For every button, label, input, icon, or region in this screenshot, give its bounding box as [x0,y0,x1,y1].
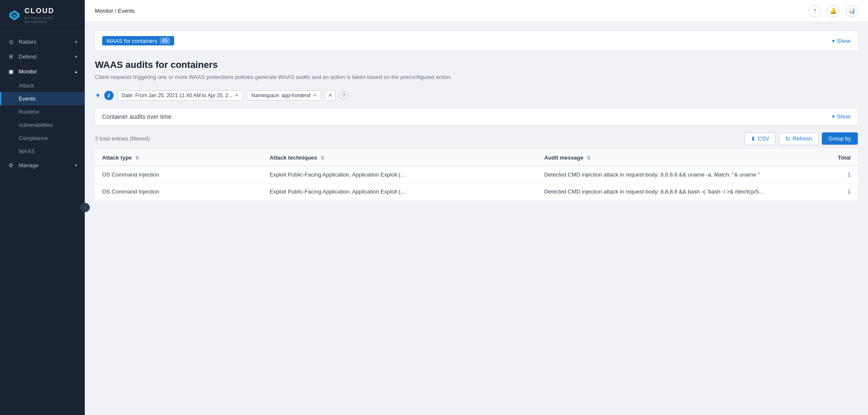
show-label: Show [837,38,851,44]
sidebar-item-radars[interactable]: ◎ Radars ▾ [0,34,85,49]
refresh-button[interactable]: ↻ Refresh [779,132,818,145]
logo-title: CLOUD [25,7,77,15]
sidebar-item-events[interactable]: Events [0,92,85,105]
page-description: Client requests triggering one or more W… [95,73,858,81]
notifications-button[interactable]: 🔔 [827,5,839,17]
analytics-button[interactable]: 📊 [846,5,858,17]
sidebar-item-monitor[interactable]: ▣ Monitor ▴ [0,64,85,79]
table-row: OS Command Injection Exploit Public-Faci… [95,166,858,183]
groupby-label: Group by [829,135,851,142]
group-by-button[interactable]: Group by [822,132,858,145]
breadcrumb-parent: Monitor [95,8,113,14]
filters-bar: ▼ 2 Date: From Jan 25, 2021 11:40 AM to … [95,90,858,101]
filter-chip-namespace-text: Namespace: app-frontend [251,93,310,98]
sidebar-item-manage[interactable]: ⚙ Manage ▾ [0,158,85,173]
radars-icon: ◎ [8,39,14,45]
table-header: Attack type ⇅ Attack techniques ⇅ Audit … [95,149,858,166]
radars-chevron: ▾ [75,39,77,44]
close-icon: ✕ [328,92,333,98]
chart-section: Container audits over time ▾ Show [95,108,858,126]
filter-count-badge: 2 [104,91,114,100]
col-attack-type-label: Attack type [102,154,132,161]
chart-title: Container audits over time [102,113,171,120]
page-title: WAAS audits for containers [95,59,858,70]
col-attack-type-sort-icon: ⇅ [135,155,139,160]
defend-icon: ⛨ [8,53,14,60]
sidebar-item-vulnerabilities[interactable]: Vulnerabilities [0,118,85,132]
cell-attack-type-1: OS Command Injection [95,183,263,200]
logo-subtitle: BY PALO ALTO NETWORKS [25,16,77,24]
cell-techniques-1: Exploit Public-Facing Application, Appli… [263,183,537,200]
radars-label: Radars [19,39,36,45]
csv-icon: ⬇ [751,135,756,142]
filter-chip-date-remove[interactable]: ✕ [235,93,239,98]
bell-icon: 🔔 [830,8,837,14]
clear-all-filters-button[interactable]: ✕ [325,90,336,101]
help-button[interactable]: ? [809,5,821,17]
col-header-total[interactable]: Total [812,149,858,166]
cell-message-0: Detected CMD injection attack in request… [537,166,812,183]
filter-help-button[interactable]: ? [339,91,348,100]
topbar: Monitor / Events ? 🔔 📊 [85,0,868,22]
col-message-sort-icon: ⇅ [587,155,590,160]
waas-label: WAAS [19,148,35,154]
entries-count: 2 total entries (filtered) [95,135,150,142]
breadcrumb-current: Events [118,8,135,14]
col-header-attack-type[interactable]: Attack type ⇅ [95,149,263,166]
sidebar-item-defend[interactable]: ⛨ Defend ▾ [0,49,85,64]
runtime-label: Runtime [19,109,39,115]
tab-show-button[interactable]: ▾ Show [832,38,851,44]
vulnerabilities-label: Vulnerabilities [19,122,53,128]
cell-message-1: Detected CMD injection attack in request… [537,183,812,200]
page-header: WAAS audits for containers Client reques… [95,59,858,81]
manage-chevron: ▾ [75,163,77,168]
waas-containers-tab[interactable]: WAAS for containers 45 [102,36,174,45]
content-area: WAAS for containers 45 ▾ Show WAAS audit… [85,22,868,415]
help-icon: ? [813,8,816,14]
table-row: OS Command Injection Exploit Public-Faci… [95,183,858,200]
sidebar-item-attack[interactable]: Attack [0,79,85,92]
chart-show-label: Show [837,113,851,120]
cell-attack-type-0: OS Command Injection [95,166,263,183]
col-techniques-label: Attack techniques [270,154,317,161]
cloud-logo-icon [8,8,21,22]
logo-area: CLOUD BY PALO ALTO NETWORKS [0,0,85,31]
monitor-chevron: ▴ [75,69,77,74]
defend-chevron: ▾ [75,54,77,59]
filter-icon: ▼ [95,92,101,99]
refresh-label: Refresh [793,135,812,142]
sidebar-collapse-button[interactable]: ‹ [81,203,90,212]
table-toolbar: 2 total entries (filtered) ⬇ CSV ↻ Refre… [95,132,858,145]
chart-icon: 📊 [849,8,855,14]
sidebar-nav: ◎ Radars ▾ ⛨ Defend ▾ ▣ Monitor ▴ Attack… [0,31,85,415]
csv-label: CSV [758,135,769,142]
events-label: Events [19,95,36,102]
cell-total-1[interactable]: 1 [812,183,858,200]
attack-label: Attack [19,82,34,89]
sidebar-item-runtime[interactable]: Runtime [0,105,85,118]
sidebar: CLOUD BY PALO ALTO NETWORKS ◎ Radars ▾ ⛨… [0,0,85,415]
data-table: Attack type ⇅ Attack techniques ⇅ Audit … [95,149,858,200]
col-techniques-sort-icon: ⇅ [320,155,324,160]
breadcrumb: Monitor / Events [95,8,135,14]
chevron-down-icon: ▾ [832,38,835,44]
col-header-techniques[interactable]: Attack techniques ⇅ [263,149,537,166]
sidebar-item-waas[interactable]: WAAS [0,145,85,158]
manage-label: Manage [19,162,39,168]
col-total-label: Total [838,154,851,161]
col-header-message[interactable]: Audit message ⇅ [537,149,812,166]
filter-chip-namespace-remove[interactable]: ✕ [313,93,317,98]
col-message-label: Audit message [544,154,583,161]
compliance-label: Compliance [19,135,48,141]
main-area: Monitor / Events ? 🔔 📊 WAAS for containe… [85,0,868,415]
filter-chip-date-text: Date: From Jan 25, 2021 11:40 AM to Apr … [122,93,233,98]
tab-count: 45 [160,37,170,44]
csv-button[interactable]: ⬇ CSV [744,132,776,145]
defend-label: Defend [19,53,36,60]
chart-show-button[interactable]: ▾ Show [832,113,851,120]
tab-label: WAAS for containers [106,38,157,44]
cell-techniques-0: Exploit Public-Facing Application, Appli… [263,166,537,183]
cell-total-0[interactable]: 1 [812,166,858,183]
filter-chip-namespace: Namespace: app-frontend ✕ [247,90,321,101]
sidebar-item-compliance[interactable]: Compliance [0,132,85,145]
